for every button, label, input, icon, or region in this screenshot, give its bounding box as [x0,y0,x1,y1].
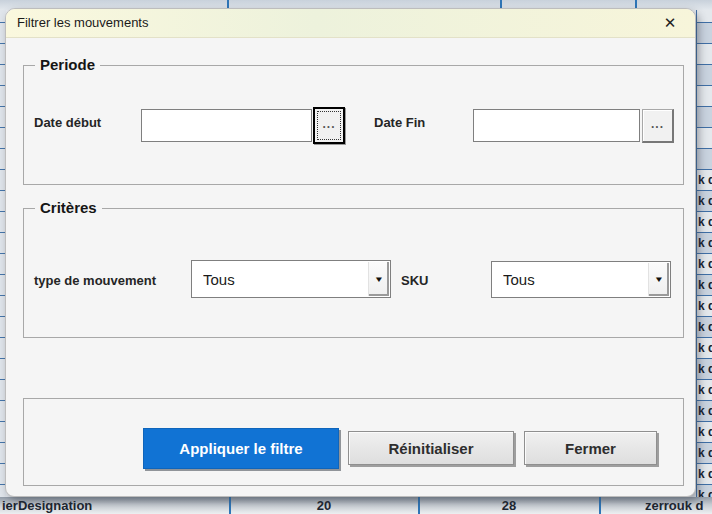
date-fin-browse-button[interactable]: ... [642,109,674,143]
sheet-cell: ierDesignation [2,497,228,514]
date-debut-input[interactable] [141,109,312,142]
sku-label: SKU [401,273,428,288]
sheet-row: k d [697,254,712,275]
sheet-row: k d [697,317,712,338]
sheet-row: k d [697,359,712,380]
sheet-row [697,149,712,170]
ellipsis-icon: ... [651,117,664,131]
sheet-row: k d [697,170,712,191]
apply-filter-button[interactable]: Appliquer le filtre [143,428,339,469]
type-mouvement-label: type de mouvement [34,273,156,288]
date-debut-browse-button[interactable]: ... [313,107,345,144]
sheet-row: k d [697,233,712,254]
sheet-cell: zerrouk d [645,497,712,514]
sheet-row [697,65,712,86]
sku-select[interactable]: Tous ▼ [491,261,671,298]
sheet-row [697,128,712,149]
sheet-row: k d [697,296,712,317]
sheet-row: k d [697,191,712,212]
sheet-bottom-row: ierDesignation 20 28 zerrouk d [0,497,712,514]
date-fin-label: Date Fin [374,115,425,130]
reset-button[interactable]: Réinitialiser [348,431,514,465]
sheet-row: k d [697,212,712,233]
sheet-row: k d [697,422,712,443]
sheet-cell: 28 [420,497,598,514]
gridline-vertical [599,497,601,514]
sheet-row [697,23,712,44]
close-dialog-button[interactable]: Fermer [524,431,657,465]
dialog-title: Filtrer les mouvements [17,9,148,37]
type-mouvement-value: Tous [203,261,364,297]
sheet-row [697,107,712,128]
chevron-down-icon: ▼ [374,275,384,284]
sheet-row: k d [697,380,712,401]
close-button[interactable]: ✕ [655,9,685,37]
sheet-cell: 20 [231,497,417,514]
sku-dropdown-button[interactable]: ▼ [648,263,669,296]
sheet-row [697,44,712,65]
sheet-row: k d [697,464,712,485]
sheet-right-column: k d k d k d k d k d k d k d k d k d k d … [696,2,712,514]
ellipsis-icon: ... [322,117,335,131]
sheet-row: k d [697,443,712,464]
close-icon: ✕ [664,14,677,31]
type-mouvement-dropdown-button[interactable]: ▼ [368,262,389,296]
sheet-row [697,86,712,107]
date-debut-label: Date début [34,115,101,130]
date-fin-input[interactable] [473,109,640,142]
dialog-titlebar[interactable]: Filtrer les mouvements ✕ [6,9,695,38]
filter-dialog: Filtrer les mouvements ✕ Periode Date dé… [5,8,696,497]
sheet-row: k d [697,338,712,359]
sku-value: Tous [503,262,644,297]
sheet-row: k d [697,401,712,422]
type-mouvement-select[interactable]: Tous ▼ [191,260,391,298]
groupbox-criteres-legend: Critères [35,199,102,216]
sheet-row: k d [697,275,712,296]
groupbox-periode-legend: Periode [35,56,100,73]
chevron-down-icon: ▼ [654,275,664,284]
